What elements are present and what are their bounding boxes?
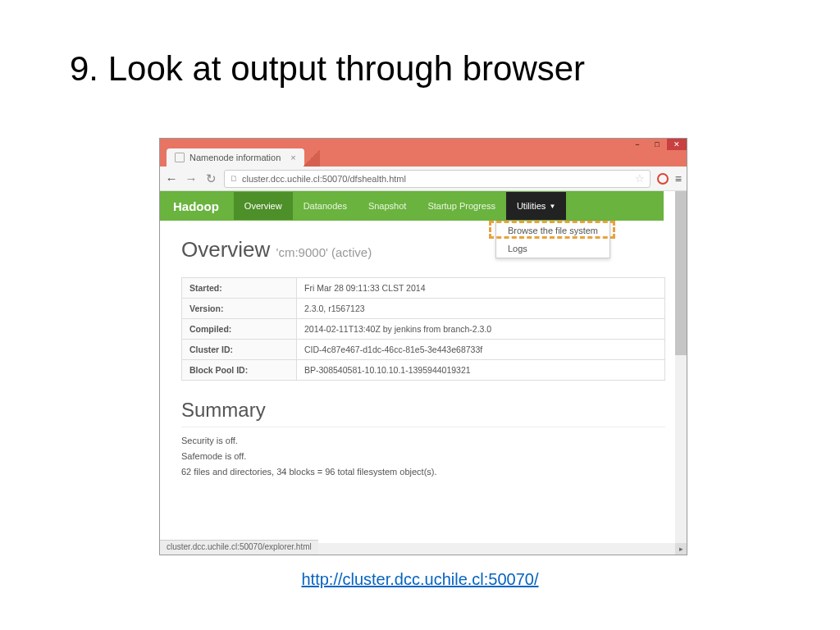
nav-overview[interactable]: Overview — [234, 192, 293, 220]
hamburger-menu-icon[interactable]: ≡ — [675, 172, 682, 185]
cell-val: CID-4c87e467-d1dc-46cc-81e5-3e443e68733f — [297, 340, 665, 360]
summary-heading: Summary — [181, 399, 665, 427]
minimize-button[interactable]: − — [628, 139, 647, 150]
cell-key: Compiled: — [182, 319, 297, 340]
bookmark-icon[interactable]: ☆ — [635, 172, 645, 185]
tab-title: Namenode information — [189, 153, 281, 162]
cell-val: 2014-02-11T13:40Z by jenkins from branch… — [297, 319, 665, 340]
maximize-button[interactable]: □ — [647, 139, 667, 150]
slide-title: 9. Look at output through browser — [0, 0, 840, 89]
table-row: Block Pool ID:BP-308540581-10.10.10.1-13… — [182, 360, 665, 381]
slide-link[interactable]: http://cluster.dcc.uchile.cl:50070/ — [0, 570, 840, 589]
table-row: Cluster ID:CID-4c87e467-d1dc-46cc-81e5-3… — [182, 340, 665, 360]
site-info-icon: 🗋 — [230, 174, 238, 183]
cell-val: Fri Mar 28 09:11:33 CLST 2014 — [297, 278, 665, 299]
extension-icon[interactable] — [657, 173, 669, 185]
utilities-label: Utilities — [517, 201, 546, 211]
summary-line: 62 files and directories, 34 blocks = 96… — [181, 467, 665, 477]
back-button[interactable]: ← — [165, 171, 178, 185]
scrollbar-thumb[interactable] — [675, 191, 687, 355]
nav-snapshot[interactable]: Snapshot — [358, 192, 417, 220]
cell-key: Block Pool ID: — [182, 360, 297, 381]
cell-key: Started: — [182, 278, 297, 299]
tab-close-icon[interactable]: × — [290, 153, 295, 162]
heading-text: Overview — [181, 237, 270, 262]
reload-button[interactable]: ↻ — [204, 171, 217, 186]
forward-button[interactable]: → — [185, 171, 198, 185]
close-button[interactable]: ✕ — [667, 139, 687, 150]
scroll-right-button[interactable]: ▸ — [675, 543, 687, 555]
summary-line: Safemode is off. — [181, 451, 665, 461]
dropdown-browse-fs[interactable]: Browse the file system — [496, 221, 609, 240]
new-tab-button[interactable] — [304, 148, 320, 167]
cell-key: Cluster ID: — [182, 340, 297, 360]
nav-startup-progress[interactable]: Startup Progress — [417, 192, 506, 220]
horizontal-scrollbar[interactable]: cluster.dcc.uchile.cl:50070/explorer.htm… — [160, 543, 687, 555]
cell-val: 2.3.0, r1567123 — [297, 299, 665, 319]
address-bar: ← → ↻ 🗋 cluster.dcc.uchile.cl:50070/dfsh… — [160, 167, 687, 191]
summary-line: Security is off. — [181, 436, 665, 445]
browser-window: − □ ✕ Namenode information × ← → ↻ 🗋 clu… — [159, 138, 687, 555]
heading-sub: 'cm:9000' (active) — [276, 245, 372, 259]
table-row: Started:Fri Mar 28 09:11:33 CLST 2014 — [182, 278, 665, 299]
chevron-down-icon: ▼ — [549, 203, 555, 210]
cell-val: BP-308540581-10.10.10.1-1395944019321 — [297, 360, 665, 381]
vertical-scrollbar[interactable] — [675, 191, 687, 555]
status-bar: cluster.dcc.uchile.cl:50070/explorer.htm… — [160, 540, 318, 555]
page-viewport: Hadoop Overview Datanodes Snapshot Start… — [160, 191, 687, 555]
nav-utilities[interactable]: Utilities ▼ — [506, 192, 566, 220]
browser-tab[interactable]: Namenode information × — [167, 148, 304, 167]
url-input[interactable]: 🗋 cluster.dcc.uchile.cl:50070/dfshealth.… — [224, 170, 651, 188]
utilities-dropdown: Browse the file system Logs — [495, 221, 610, 258]
window-titlebar: − □ ✕ — [160, 139, 687, 145]
page-icon — [175, 153, 185, 162]
nav-brand[interactable]: Hadoop — [173, 199, 219, 213]
cell-key: Version: — [182, 299, 297, 319]
url-text: cluster.dcc.uchile.cl:50070/dfshealth.ht… — [242, 174, 406, 184]
overview-table: Started:Fri Mar 28 09:11:33 CLST 2014 Ve… — [181, 277, 665, 381]
tab-strip: Namenode information × — [160, 145, 687, 167]
hadoop-navbar: Hadoop Overview Datanodes Snapshot Start… — [160, 191, 664, 221]
table-row: Compiled:2014-02-11T13:40Z by jenkins fr… — [182, 319, 665, 340]
table-row: Version:2.3.0, r1567123 — [182, 299, 665, 319]
nav-datanodes[interactable]: Datanodes — [293, 192, 358, 220]
dropdown-logs[interactable]: Logs — [496, 240, 609, 258]
